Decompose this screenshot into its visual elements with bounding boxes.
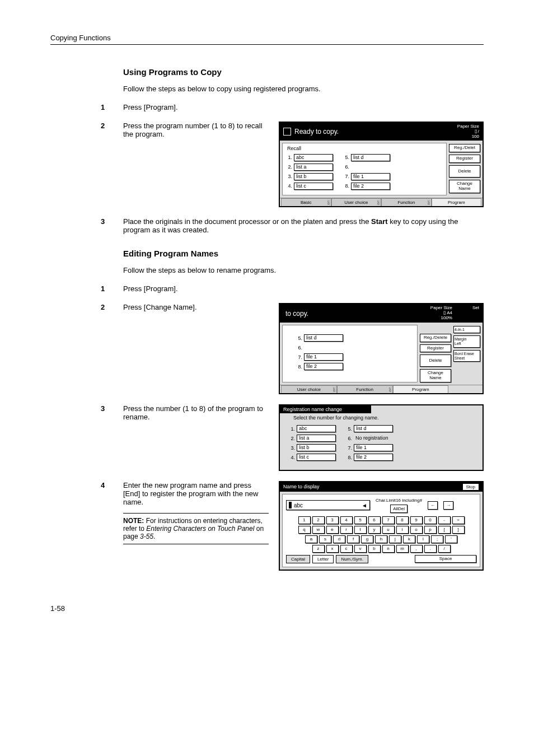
tab-function[interactable]: Function [381, 198, 432, 206]
program-slot-8[interactable]: file 2 [354, 454, 393, 461]
key[interactable]: s [319, 535, 331, 543]
key[interactable]: - [438, 516, 451, 524]
program-slot-5[interactable]: list d [304, 334, 343, 342]
key[interactable]: = [452, 516, 465, 524]
key[interactable]: 2 [312, 516, 325, 524]
key[interactable]: o [410, 526, 423, 534]
key[interactable]: q [298, 526, 311, 534]
space-key[interactable]: Space [415, 555, 476, 563]
key[interactable]: h [375, 535, 387, 543]
tab-user-choice[interactable]: User choice [281, 385, 337, 393]
key[interactable]: i [396, 526, 409, 534]
s1-step3: 3 Place the originals in the document pr… [101, 217, 484, 234]
name-input[interactable]: abc ◄ [286, 500, 370, 510]
key[interactable]: k [403, 535, 415, 543]
key[interactable]: , [410, 545, 423, 553]
program-slot-5[interactable]: list d [351, 154, 390, 161]
change-name-button[interactable]: Change Name [449, 180, 480, 193]
key[interactable]: 4 [340, 516, 353, 524]
reg-delete-button[interactable]: Reg./Delet [449, 144, 480, 152]
all-delete-button[interactable]: AllDel [390, 505, 407, 513]
key[interactable]: ] [452, 526, 465, 534]
key[interactable]: d [333, 535, 345, 543]
key[interactable]: r [340, 526, 353, 534]
key[interactable]: b [368, 545, 381, 553]
key[interactable]: 0 [424, 516, 437, 524]
key[interactable]: [ [438, 526, 451, 534]
key[interactable]: e [326, 526, 339, 534]
change-name-button[interactable]: Change Name [420, 369, 451, 382]
key[interactable]: f [347, 535, 359, 543]
program-slot-4[interactable]: list c [297, 454, 336, 461]
tab-user-choice[interactable]: User choice [331, 198, 382, 206]
key[interactable]: l [417, 535, 429, 543]
cursor-back-button[interactable]: ← [428, 501, 438, 510]
stop-button[interactable]: Stop [462, 483, 479, 491]
s2-step4: 4 Enter the new program name and press [… [101, 481, 484, 571]
program-slot-3[interactable]: list b [297, 444, 336, 451]
reg-title-bar: Registration name change [280, 405, 371, 413]
key[interactable]: 9 [410, 516, 423, 524]
step-text: Press the program number (1 to 8) to rec… [123, 122, 269, 138]
program-slot-7[interactable]: file 1 [351, 173, 390, 180]
key[interactable]: ; [431, 535, 443, 543]
program-slot-7[interactable]: file 1 [304, 353, 343, 361]
shortcut-margin-left[interactable]: Margin Left [453, 335, 480, 347]
program-slot-3[interactable]: list b [294, 173, 333, 180]
program-slot-8[interactable]: file 2 [304, 363, 343, 370]
tab-program[interactable]: Program [432, 198, 482, 206]
key[interactable]: u [382, 526, 395, 534]
tab-basic[interactable]: Basic [281, 198, 331, 206]
paper-size-label: Paper Size [457, 124, 479, 129]
cursor-forward-button[interactable]: → [443, 501, 453, 510]
key[interactable]: 1 [298, 516, 311, 524]
key-row-1: 1 2 3 4 5 6 7 8 9 0 - = [286, 516, 476, 524]
s1-step2: 2 Press the program number (1 to 8) to r… [101, 122, 484, 207]
key[interactable]: w [312, 526, 325, 534]
reg-delete-button[interactable]: Reg./Delete [420, 334, 451, 342]
shortcut-4in1[interactable]: 4-in-1 [453, 326, 480, 334]
key[interactable]: m [396, 545, 409, 553]
register-button[interactable]: Register [420, 344, 451, 353]
key-row-3: a s d f g h j k l ; ' [286, 535, 476, 543]
kbd-tab-numsym[interactable]: Num./Sym. [336, 555, 368, 563]
key[interactable]: ' [445, 535, 457, 543]
key[interactable]: p [424, 526, 437, 534]
delete-button[interactable]: Delete [449, 165, 480, 178]
s2-step2: 2 Press [Change Name]. to copy. Paper Si… [101, 303, 484, 394]
key[interactable]: t [354, 526, 367, 534]
program-slot-2[interactable]: list a [294, 164, 333, 171]
kbd-tab-capital[interactable]: Capital [286, 555, 310, 563]
key[interactable]: a [305, 535, 317, 543]
key[interactable]: 7 [382, 516, 395, 524]
program-slot-5[interactable]: list d [354, 425, 393, 432]
key[interactable]: x [326, 545, 339, 553]
key[interactable]: 8 [396, 516, 409, 524]
key[interactable]: v [354, 545, 367, 553]
section2-title: Editing Program Names [123, 249, 484, 258]
key[interactable]: 6 [368, 516, 381, 524]
tab-function[interactable]: Function [337, 385, 393, 393]
kbd-tab-letter[interactable]: Letter [312, 555, 334, 563]
key[interactable]: n [382, 545, 395, 553]
key[interactable]: y [368, 526, 381, 534]
program-slot-1[interactable]: abc [297, 425, 336, 432]
step-number: 1 [101, 284, 105, 293]
key[interactable]: j [389, 535, 401, 543]
key[interactable]: . [424, 545, 437, 553]
program-slot-8[interactable]: file 2 [351, 183, 390, 190]
key[interactable]: 5 [354, 516, 367, 524]
key[interactable]: g [361, 535, 373, 543]
key[interactable]: 3 [326, 516, 339, 524]
delete-button[interactable]: Delete [420, 354, 451, 367]
program-slot-4[interactable]: list c [294, 183, 333, 190]
program-slot-7[interactable]: file 1 [354, 444, 393, 451]
tab-program[interactable]: Program [393, 385, 449, 393]
shortcut-border-erase[interactable]: Bord Erase Sheet [453, 350, 480, 362]
key[interactable]: z [312, 545, 325, 553]
register-button[interactable]: Register [449, 155, 480, 163]
key[interactable]: c [340, 545, 353, 553]
key[interactable]: / [438, 545, 451, 553]
program-slot-2[interactable]: list a [297, 435, 336, 442]
program-slot-1[interactable]: abc [294, 154, 333, 161]
